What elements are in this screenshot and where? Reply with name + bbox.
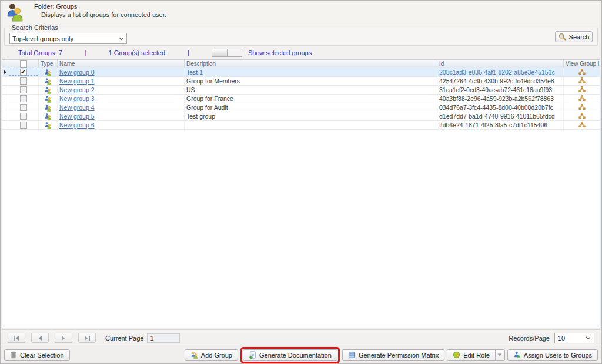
show-selected-groups-toggle[interactable] <box>212 49 242 57</box>
separator: | <box>188 49 189 56</box>
generate-permission-matrix-label: Generate Permission Matrix <box>359 352 439 359</box>
view-group-hierarchy-icon[interactable] <box>564 77 600 85</box>
group-type-cell <box>39 86 58 94</box>
header-indicator-cell <box>2 60 8 68</box>
table-row[interactable]: New group 6 ffdb6e24-1871-4f25-8fa5-c7df… <box>2 121 600 130</box>
table-row[interactable]: New group 4 Group for Audit 034d76a7-3fc… <box>2 103 600 112</box>
select-all-checkbox[interactable] <box>20 60 27 68</box>
group-type-cell <box>39 121 58 129</box>
view-group-hierarchy-icon[interactable] <box>564 112 600 120</box>
current-page-input[interactable]: 1 <box>147 333 180 343</box>
group-type-cell <box>39 77 58 85</box>
trash-icon <box>10 351 17 359</box>
row-checkbox[interactable] <box>20 77 27 85</box>
table-row[interactable]: New group 3 Group for France 40a3bf88-2e… <box>2 95 600 103</box>
row-indicator <box>2 95 8 103</box>
group-name-link[interactable]: New group 2 <box>59 86 95 93</box>
group-type-cell <box>39 112 58 120</box>
last-page-button[interactable] <box>78 333 96 343</box>
table-header-row: Type Name Description Id View Group Hier… <box>2 60 600 68</box>
table-row[interactable]: New group 5 Test group d1ed7dd7-ba1d-474… <box>2 112 600 121</box>
row-checkbox[interactable] <box>20 95 27 102</box>
next-page-button[interactable] <box>55 333 72 343</box>
row-checkbox-cell[interactable] <box>8 86 39 94</box>
pagination-bar: Current Page 1 Records/Page 10 <box>2 329 600 346</box>
group-id: 034d76a7-3fc4-4435-8d00-40b08d20b7fc <box>437 103 564 112</box>
group-description: US <box>185 86 437 94</box>
column-header-type[interactable]: Type <box>39 60 58 68</box>
page-header: Folder: Groups Displays a list of groups… <box>1 1 601 24</box>
edit-role-button[interactable]: Edit Role <box>447 349 496 361</box>
search-icon <box>558 33 566 41</box>
row-checkbox[interactable] <box>20 69 27 76</box>
column-header-hierarchy[interactable]: View Group Hiera... <box>564 60 600 68</box>
groups-window: { "header": { "title": "Folder: Groups",… <box>0 0 602 364</box>
group-id: 42547264-4c3b-430b-992c-fc49dcd354e8 <box>437 77 564 85</box>
add-group-button[interactable]: Add Group <box>185 349 238 361</box>
generate-permission-matrix-button[interactable]: Generate Permission Matrix <box>342 349 444 361</box>
page-title: Folder: Groups <box>34 3 166 10</box>
clear-selection-button[interactable]: Clear Selection <box>4 349 70 361</box>
group-name-link[interactable]: New group 1 <box>59 77 95 85</box>
row-indicator <box>2 68 8 76</box>
group-id: 208c1ad3-e035-4af1-8202-a85e3e45151c <box>437 68 564 76</box>
row-indicator <box>2 103 8 112</box>
first-page-button[interactable] <box>8 333 25 343</box>
view-group-hierarchy-icon[interactable] <box>564 95 600 103</box>
previous-page-button[interactable] <box>31 333 49 343</box>
table-row[interactable]: New group 0 Test 1 208c1ad3-e035-4af1-82… <box>2 68 600 77</box>
row-checkbox[interactable] <box>20 113 27 120</box>
records-per-page-dropdown[interactable]: 10 <box>554 333 594 343</box>
row-checkbox-cell[interactable] <box>8 112 39 120</box>
view-group-hierarchy-icon[interactable] <box>564 103 600 112</box>
column-header-name[interactable]: Name <box>58 60 185 68</box>
summary-bar: Total Groups: 7 | 1 Group(s) selected | … <box>1 48 601 58</box>
group-description: Test 1 <box>185 68 437 76</box>
row-checkbox-cell[interactable] <box>8 103 39 112</box>
column-header-description[interactable]: Description <box>185 60 437 68</box>
groups-table: Type Name Description Id View Group Hier… <box>2 59 600 328</box>
group-filter-dropdown[interactable]: Top-level groups only <box>9 33 127 44</box>
current-row-arrow-icon <box>4 70 6 75</box>
row-checkbox[interactable] <box>20 86 27 93</box>
role-sphere-icon <box>453 351 460 359</box>
edit-role-dropdown-arrow[interactable] <box>496 349 505 361</box>
group-id: ffdb6e24-1871-4f25-8fa5-c7df1c115406 <box>437 121 564 129</box>
view-group-hierarchy-icon[interactable] <box>564 121 600 129</box>
chevron-down-icon <box>119 37 124 41</box>
row-checkbox[interactable] <box>20 122 27 129</box>
row-checkbox-cell[interactable] <box>8 95 39 103</box>
group-name-link[interactable]: New group 0 <box>59 69 95 76</box>
group-type-cell <box>39 95 58 103</box>
row-checkbox-cell[interactable] <box>8 77 39 85</box>
toggle-knob[interactable] <box>212 49 228 56</box>
table-row[interactable]: New group 1 Group for Members 42547264-4… <box>2 77 600 86</box>
table-row[interactable]: New group 2 US 31ca1cf2-0cd3-49ac-ab72-4… <box>2 86 600 95</box>
view-group-hierarchy-icon[interactable] <box>564 86 600 94</box>
group-id: d1ed7dd7-ba1d-4740-9916-41011b65fdcd <box>437 112 564 120</box>
row-checkbox-cell[interactable] <box>8 121 39 129</box>
generate-documentation-button[interactable]: Generate Documentation <box>243 349 337 361</box>
group-type-icon <box>44 77 52 85</box>
group-name-link[interactable]: New group 4 <box>59 104 95 111</box>
highlight-annotation: Generate Documentation <box>240 347 340 363</box>
group-type-icon <box>44 86 52 94</box>
row-checkbox-cell[interactable] <box>8 68 39 76</box>
groups-folder-icon <box>5 2 24 22</box>
assign-users-to-groups-button[interactable]: Assign Users to Groups <box>507 349 598 361</box>
row-checkbox[interactable] <box>20 104 27 111</box>
group-name-link[interactable]: New group 6 <box>59 122 95 129</box>
records-per-page-value: 10 <box>558 335 565 342</box>
user-plus-icon <box>513 351 521 359</box>
group-id: 40a3bf88-2e96-4a59-923b-a2b562f78863 <box>437 95 564 103</box>
add-group-label: Add Group <box>201 352 232 359</box>
matrix-grid-icon <box>348 351 356 359</box>
search-button[interactable]: Search <box>555 31 593 42</box>
view-group-hierarchy-icon[interactable] <box>564 68 600 76</box>
group-type-cell <box>39 103 58 112</box>
group-name-link[interactable]: New group 3 <box>59 95 95 102</box>
header-checkbox-cell[interactable] <box>8 60 39 68</box>
column-header-id[interactable]: Id <box>437 60 564 68</box>
group-name-link[interactable]: New group 5 <box>59 113 95 120</box>
group-description: Group for Members <box>185 77 437 85</box>
